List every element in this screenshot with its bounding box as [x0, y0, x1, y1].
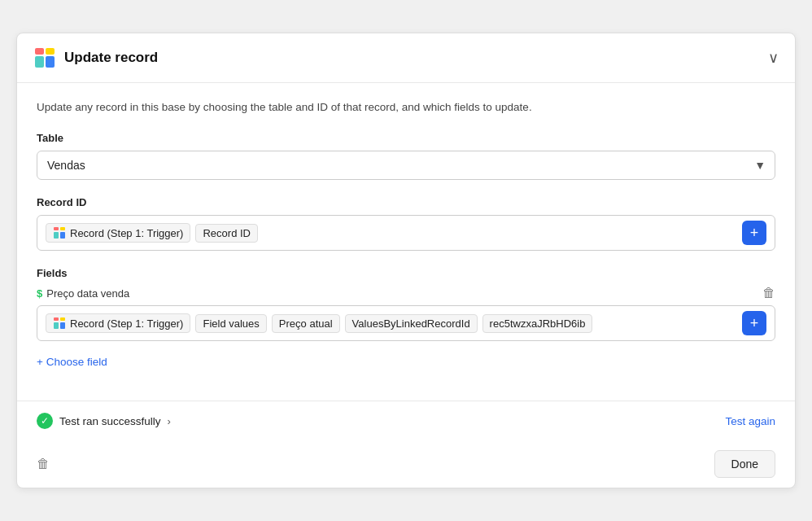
success-icon: ✓	[37, 413, 53, 429]
svg-rect-6	[54, 232, 59, 239]
choose-field-link[interactable]: + Choose field	[37, 356, 107, 368]
dollar-icon: $	[37, 287, 42, 300]
fields-label: Fields	[37, 267, 775, 279]
record-id-section: Record ID Record (Step 1: Trigger) Recor…	[37, 196, 775, 251]
card-header: Update record ∨	[17, 33, 795, 83]
field-name-label: Preço data venda	[46, 287, 129, 300]
header-left: Update record	[33, 46, 158, 69]
record-id-token-label: Record ID	[203, 227, 251, 239]
svg-rect-1	[46, 48, 55, 55]
record-step-token: Record (Step 1: Trigger)	[46, 223, 190, 243]
field-row-preco: $ Preço data venda 🗑 Record (Step 1: Tr	[37, 286, 775, 341]
record-step-token-label: Record (Step 1: Trigger)	[70, 227, 183, 239]
field-record-step-token: Record (Step 1: Trigger)	[46, 313, 190, 333]
field-token-0-label: Record (Step 1: Trigger)	[70, 317, 183, 330]
svg-rect-4	[54, 227, 59, 230]
svg-rect-11	[60, 322, 65, 329]
field-name: $ Preço data venda	[37, 287, 129, 300]
field-values-token: Field values	[195, 314, 266, 333]
card-body: Update any record in this base by choosi…	[17, 83, 795, 401]
page-title: Update record	[64, 50, 158, 66]
table-select[interactable]: Vendas	[37, 151, 775, 180]
record-id-token-row: Record (Step 1: Trigger) Record ID +	[37, 215, 775, 251]
table-label: Table	[37, 132, 775, 144]
collapse-chevron-icon[interactable]: ∨	[768, 49, 779, 67]
field-token-2-label: Preço atual	[279, 317, 333, 330]
svg-rect-3	[46, 56, 55, 68]
rec-id-token: rec5twzxaJRbHD6ib	[482, 314, 593, 333]
table-select-wrapper: Vendas ▼	[37, 151, 775, 180]
test-again-button[interactable]: Test again	[725, 415, 775, 427]
field-name-row: $ Preço data venda 🗑	[37, 286, 775, 300]
description-text: Update any record in this base by choosi…	[37, 99, 775, 116]
bottom-bar: 🗑 Done	[17, 440, 795, 488]
preco-atual-token: Preço atual	[272, 314, 340, 333]
test-status-row: ✓ Test ran successfully ›	[37, 413, 171, 429]
table-section: Table Vendas ▼	[37, 132, 775, 180]
svg-rect-8	[54, 317, 59, 321]
test-expand-chevron-icon[interactable]: ›	[168, 415, 171, 427]
field-token-4-label: rec5twzxaJRbHD6ib	[490, 317, 586, 330]
token-airtable-icon	[53, 226, 66, 239]
svg-rect-2	[35, 56, 44, 68]
record-id-token: Record ID	[195, 224, 258, 243]
field-token-airtable-icon	[53, 317, 66, 330]
field-add-button[interactable]: +	[742, 311, 766, 335]
svg-rect-10	[54, 322, 59, 329]
airtable-icon	[33, 46, 56, 69]
record-id-label: Record ID	[37, 196, 775, 208]
svg-rect-9	[60, 317, 65, 321]
field-token-row: Record (Step 1: Trigger) Field values Pr…	[37, 305, 775, 341]
record-id-add-button[interactable]: +	[742, 221, 766, 245]
delete-action-icon[interactable]: 🗑	[37, 457, 50, 471]
field-delete-icon[interactable]: 🗑	[762, 286, 775, 300]
done-button[interactable]: Done	[714, 450, 775, 478]
field-token-3-label: ValuesByLinkedRecordId	[352, 317, 470, 330]
svg-rect-5	[60, 227, 65, 230]
fields-section: Fields $ Preço data venda 🗑	[37, 267, 775, 341]
field-token-1-label: Field values	[203, 317, 259, 330]
test-status-text: Test ran successfully	[59, 415, 161, 427]
svg-rect-0	[35, 48, 44, 55]
svg-rect-7	[60, 232, 65, 239]
values-by-linked-token: ValuesByLinkedRecordId	[345, 314, 478, 333]
footer: ✓ Test ran successfully › Test again	[17, 401, 795, 440]
update-record-card: Update record ∨ Update any record in thi…	[16, 33, 796, 488]
